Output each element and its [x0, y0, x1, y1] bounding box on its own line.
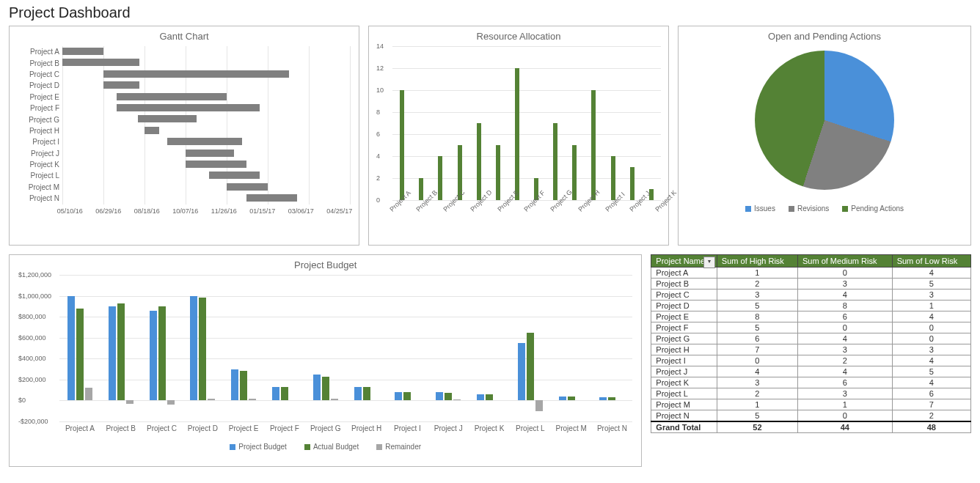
risk-header-med[interactable]: Sum of Medium Risk: [797, 255, 892, 268]
risk-cell-name: Project M: [651, 399, 717, 410]
budget-x-tick: Project J: [428, 424, 469, 432]
budget-group: [469, 275, 510, 400]
gantt-row-label: Project K: [10, 161, 62, 169]
gantt-row: Project B: [10, 57, 350, 68]
table-row[interactable]: Project B 2 3 5: [651, 279, 971, 290]
risk-cell-name: Project E: [651, 311, 717, 322]
budget-y-tick: $600,000: [18, 334, 46, 342]
gantt-row-label: Project I: [10, 138, 62, 146]
budget-bar: [76, 309, 84, 401]
budget-bar: [395, 392, 402, 400]
risk-cell-name: Project A: [651, 268, 717, 279]
table-row[interactable]: Project C 3 4 3: [651, 290, 971, 301]
risk-cell-low: 3: [892, 344, 970, 355]
resource-bar: [572, 145, 577, 200]
gantt-title: Gantt Chart: [10, 26, 359, 46]
gantt-row-label: Project N: [10, 194, 62, 202]
resource-y-tick: 12: [376, 64, 384, 72]
risk-cell-high: 1: [717, 268, 797, 279]
risk-header-name[interactable]: Project Name ▾: [651, 255, 717, 268]
budget-group: [346, 275, 387, 400]
budget-bar: [363, 387, 370, 401]
budget-bar: [453, 399, 461, 400]
risk-total-label: Grand Total: [651, 421, 717, 433]
gantt-bar: [103, 70, 289, 78]
risk-cell-name: Project F: [651, 322, 717, 333]
table-row[interactable]: Project M 1 1 7: [651, 399, 971, 410]
risk-total-med: 44: [797, 421, 892, 433]
budget-x-tick: Project G: [305, 424, 346, 432]
gantt-plot-area: Project AProject BProject CProject DProj…: [10, 46, 350, 204]
budget-group: [59, 275, 100, 400]
filter-dropdown-icon[interactable]: ▾: [703, 257, 715, 268]
budget-bar: [150, 311, 157, 401]
risk-header-high[interactable]: Sum of High Risk: [717, 255, 797, 268]
resource-bar: [611, 156, 615, 200]
table-row[interactable]: Project L 2 3 6: [651, 388, 971, 399]
gantt-x-tick: 01/15/17: [244, 207, 282, 215]
budget-y-tick: $400,000: [18, 355, 46, 362]
gantt-bar: [103, 81, 139, 89]
risk-table-wrap: Project Name ▾ Sum of High Risk Sum of M…: [651, 254, 971, 467]
budget-bar: [599, 397, 607, 400]
gantt-row-label: Project M: [10, 183, 62, 191]
resource-bar: [477, 123, 481, 200]
table-row[interactable]: Project F 5 0 0: [651, 322, 971, 333]
resource-y-tick: 10: [376, 86, 384, 94]
table-row[interactable]: Project I 0 2 4: [651, 355, 971, 366]
risk-cell-name: Project I: [651, 355, 717, 366]
gantt-x-tick: 11/26/16: [205, 207, 244, 215]
budget-bar: [331, 399, 338, 401]
risk-cell-med: 8: [797, 301, 892, 311]
budget-x-tick: Project D: [182, 424, 223, 432]
risk-cell-low: 4: [892, 377, 970, 388]
budget-bar: [322, 377, 329, 401]
risk-cell-med: 2: [797, 355, 892, 366]
resource-title: Resource Allocation: [369, 26, 668, 46]
risk-cell-med: 4: [797, 333, 892, 344]
gantt-bar: [138, 115, 197, 122]
risk-cell-high: 5: [717, 322, 797, 333]
risk-cell-name: Project C: [651, 290, 717, 301]
budget-x-tick: Project I: [387, 424, 428, 432]
gantt-row: Project A: [10, 46, 350, 57]
budget-x-tick: Project H: [346, 424, 387, 432]
budget-x-axis: Project AProject BProject CProject DProj…: [59, 424, 632, 432]
table-row[interactable]: Project E 8 6 4: [651, 311, 971, 322]
risk-cell-med: 6: [797, 311, 892, 322]
table-row[interactable]: Project H 7 3 3: [651, 344, 971, 355]
resource-y-tick: 6: [376, 130, 380, 138]
risk-cell-name: Project D: [651, 301, 717, 311]
budget-y-tick: $1,000,000: [18, 292, 51, 300]
risk-cell-low: 5: [892, 279, 970, 290]
budget-group: [592, 275, 633, 400]
gantt-row-label: Project A: [10, 48, 62, 56]
budget-group: [551, 275, 592, 400]
budget-bar: [167, 400, 175, 405]
table-row[interactable]: Project K 3 6 4: [651, 377, 971, 388]
risk-cell-high: 4: [717, 366, 797, 377]
gantt-row-label: Project L: [10, 172, 62, 180]
budget-bar: [535, 400, 543, 410]
resource-y-tick: 0: [376, 196, 380, 204]
gantt-row: Project L: [10, 170, 350, 181]
budget-bar: [190, 296, 197, 401]
resource-y-tick: 14: [376, 43, 384, 50]
budget-group: [510, 275, 551, 400]
table-row[interactable]: Project J 4 4 5: [651, 366, 971, 377]
legend-project-budget: Project Budget: [230, 443, 287, 451]
risk-cell-high: 2: [717, 279, 797, 290]
risk-header-low[interactable]: Sum of Low Risk: [892, 255, 970, 268]
budget-bar: [117, 303, 125, 401]
budget-group: [182, 275, 223, 400]
gantt-row: Project J: [10, 148, 350, 159]
table-row[interactable]: Project N 5 0 2: [651, 410, 971, 422]
risk-cell-name: Project J: [651, 366, 717, 377]
gantt-bar: [186, 161, 246, 168]
bottom-row: Project Budget -$200,000$0$200,000$400,0…: [9, 246, 971, 467]
budget-title: Project Budget: [10, 255, 641, 275]
table-row[interactable]: Project D 5 8 1: [651, 301, 971, 311]
table-row[interactable]: Project G 6 4 0: [651, 333, 971, 344]
table-row[interactable]: Project A 1 0 4: [651, 268, 971, 279]
resource-plot-area: 02468101214: [376, 46, 661, 200]
